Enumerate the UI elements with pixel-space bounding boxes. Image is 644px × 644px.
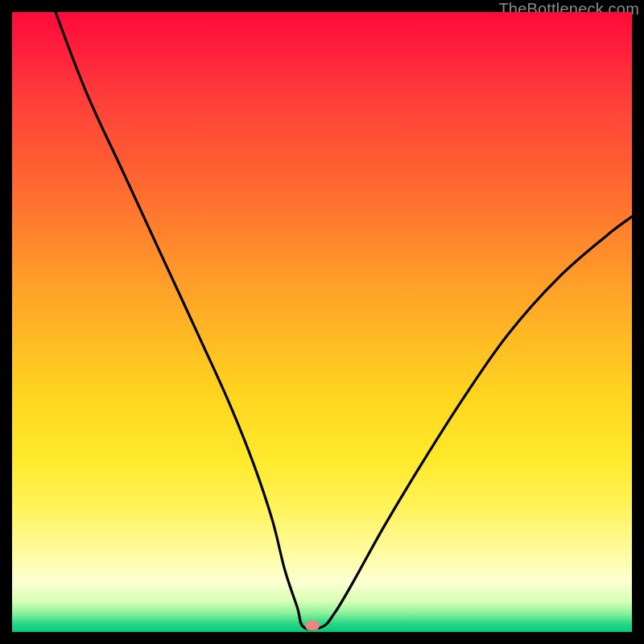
bottleneck-curve — [12, 12, 632, 632]
optimal-point-marker — [305, 621, 320, 630]
plot-area — [12, 12, 632, 632]
chart-frame: TheBottleneck.com — [0, 0, 644, 644]
